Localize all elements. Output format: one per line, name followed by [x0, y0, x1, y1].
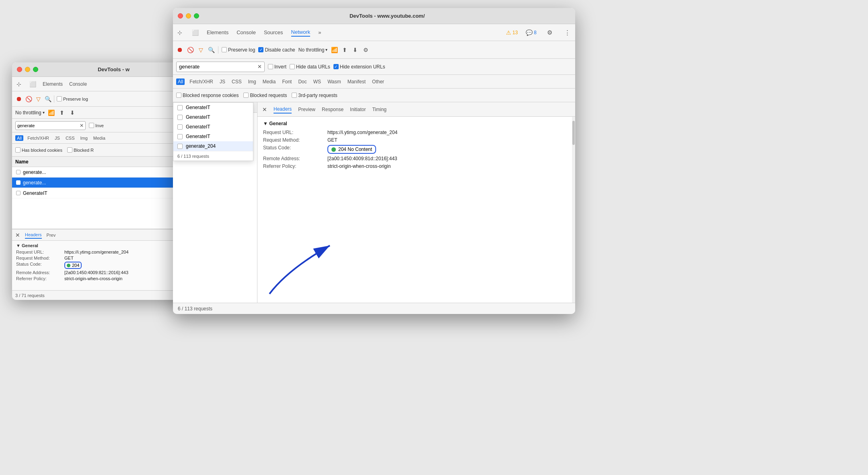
front-ac1-cb[interactable] — [177, 115, 183, 120]
front-cursor-icon[interactable]: ⊹ — [176, 29, 183, 36]
front-right-pane: ✕ Headers Preview Response Initiator Tim… — [257, 102, 575, 303]
back-upload-icon[interactable]: ⬆ — [58, 109, 66, 116]
front-tab-more[interactable]: » — [318, 29, 321, 36]
front-ac0-cb[interactable] — [177, 105, 183, 110]
back-req1-cb[interactable] — [16, 180, 21, 185]
front-invert-checkbox[interactable] — [268, 64, 273, 69]
front-ac4-cb[interactable] — [177, 144, 183, 149]
front-maximize-btn[interactable] — [194, 13, 199, 19]
front-search-clear[interactable]: ✕ — [257, 64, 262, 70]
front-autocomplete-item-3[interactable]: GenerateIT — [173, 132, 253, 141]
back-tab-elements[interactable]: Elements — [43, 81, 63, 88]
front-detail-tab-preview[interactable]: Preview — [298, 106, 315, 113]
front-filter-img[interactable]: Img — [247, 78, 258, 85]
back-minimize-btn[interactable] — [25, 67, 30, 72]
front-device-icon[interactable]: ⬜ — [191, 29, 199, 36]
back-window-title: DevTools - w — [43, 66, 184, 72]
front-preserve-log-checkbox[interactable] — [222, 47, 227, 52]
back-tab-console[interactable]: Console — [69, 81, 87, 88]
front-tab-network[interactable]: Network — [291, 28, 311, 37]
back-filter-img[interactable]: Img — [79, 135, 89, 141]
back-search-clear[interactable]: ✕ — [80, 123, 84, 128]
back-req2-cb[interactable] — [16, 191, 21, 195]
front-clear-icon[interactable]: 🚫 — [187, 46, 194, 54]
back-request-row-1[interactable]: generate... — [12, 178, 189, 188]
back-detail-tab-prev[interactable]: Prev — [47, 232, 56, 238]
front-ac3-cb[interactable] — [177, 134, 183, 139]
back-filter-fetchxhr[interactable]: Fetch/XHR — [26, 135, 51, 141]
front-disable-cache-checkbox[interactable]: ✓ — [258, 47, 263, 52]
front-hide-data-urls-checkbox[interactable] — [290, 64, 295, 69]
back-detail-close[interactable]: ✕ — [15, 232, 20, 238]
front-blocked-resp-cb[interactable] — [176, 93, 181, 98]
front-tab-console[interactable]: Console — [237, 29, 256, 36]
back-record-icon[interactable]: ⏺ — [15, 95, 23, 103]
front-autocomplete-item-1[interactable]: GenerateIT — [173, 112, 253, 122]
back-request-row-0[interactable]: generate... — [12, 167, 189, 178]
back-blocked-cookies-cb[interactable] — [15, 147, 21, 153]
front-tab-sources[interactable]: Sources — [264, 29, 283, 36]
front-search-input[interactable]: generate ✕ — [176, 62, 265, 72]
back-filter-media[interactable]: Media — [92, 135, 107, 141]
back-cursor-icon[interactable]: ⊹ — [15, 81, 23, 88]
front-filter-css[interactable]: CSS — [230, 78, 243, 85]
back-blocked-requests-cb[interactable] — [67, 147, 72, 153]
front-tab-elements[interactable]: Elements — [207, 29, 228, 36]
front-download-icon[interactable]: ⬇ — [352, 46, 359, 54]
front-hide-ext-urls-checkbox[interactable]: ✓ — [333, 64, 339, 69]
front-detail-tab-response[interactable]: Response — [322, 106, 343, 113]
front-filter-fetchxhr[interactable]: Fetch/XHR — [188, 78, 215, 85]
front-filter-manifest[interactable]: Manifest — [346, 78, 367, 85]
front-throttle-dropdown[interactable]: No throttling ▾ — [298, 47, 328, 53]
front-filter-js[interactable]: JS — [218, 78, 227, 85]
front-more-icon[interactable]: ⋮ — [562, 28, 572, 37]
front-filter-other[interactable]: Other — [370, 78, 386, 85]
back-detail-row-status: Status Code: 204 — [16, 262, 185, 269]
front-filter-ws[interactable]: WS — [312, 78, 323, 85]
front-scrollbar[interactable] — [572, 117, 575, 303]
front-filter-media[interactable]: Media — [261, 78, 278, 85]
front-ac2-cb[interactable] — [177, 124, 183, 130]
back-close-btn[interactable] — [17, 67, 22, 72]
front-settings2-icon[interactable]: ⚙ — [362, 46, 369, 54]
back-req0-cb[interactable] — [16, 170, 21, 174]
front-scrollbar-thumb[interactable] — [572, 121, 575, 145]
front-filter-doc[interactable]: Doc — [296, 78, 308, 85]
back-filter-all[interactable]: All — [15, 135, 23, 141]
front-detail-tab-headers[interactable]: Headers — [274, 105, 292, 114]
front-autocomplete-item-4[interactable]: generate_204 — [173, 141, 253, 151]
front-filter-all[interactable]: All — [176, 78, 185, 85]
front-filter-icon[interactable]: ▽ — [197, 46, 204, 54]
back-maximize-btn[interactable] — [33, 67, 38, 72]
front-detail-close[interactable]: ✕ — [262, 106, 267, 113]
back-wifi-icon[interactable]: 📶 — [48, 109, 55, 116]
back-detail-tab-headers[interactable]: Headers — [25, 231, 42, 239]
front-detail-tab-initiator[interactable]: Initiator — [350, 106, 366, 113]
front-close-btn[interactable] — [178, 13, 183, 19]
front-minimize-btn[interactable] — [186, 13, 191, 19]
back-filter-css[interactable]: CSS — [64, 135, 76, 141]
back-preserve-log-checkbox[interactable] — [57, 96, 62, 101]
front-filter-wasm[interactable]: Wasm — [326, 78, 343, 85]
back-request-row-2[interactable]: GenerateIT — [12, 188, 189, 198]
front-blocked-req-cb[interactable] — [243, 93, 249, 98]
back-clear-icon[interactable]: 🚫 — [25, 95, 32, 103]
back-filter-icon[interactable]: ▽ — [35, 95, 42, 103]
back-device-icon[interactable]: ⬜ — [29, 81, 36, 88]
front-detail-tab-timing[interactable]: Timing — [372, 106, 387, 113]
front-upload-icon[interactable]: ⬆ — [341, 46, 348, 54]
back-download-icon[interactable]: ⬇ — [69, 109, 76, 116]
front-filter-font[interactable]: Font — [280, 78, 293, 85]
back-search-input[interactable]: generate ✕ — [15, 121, 86, 130]
front-record-icon[interactable]: ⏺ — [176, 46, 183, 54]
front-settings-icon[interactable]: ⚙ — [545, 28, 554, 37]
back-search-icon[interactable]: 🔍 — [44, 95, 51, 103]
front-autocomplete-item-2[interactable]: GenerateIT — [173, 122, 253, 132]
front-autocomplete-item-0[interactable]: GenerateIT — [173, 103, 253, 112]
back-invert-checkbox[interactable] — [89, 123, 94, 128]
front-search-icon[interactable]: 🔍 — [208, 46, 215, 54]
back-throttle-dropdown[interactable]: No throttling ▾ — [15, 110, 45, 116]
front-third-party-cb[interactable] — [292, 93, 297, 98]
back-filter-js[interactable]: JS — [53, 135, 62, 141]
front-wifi-icon[interactable]: 📶 — [331, 46, 338, 54]
